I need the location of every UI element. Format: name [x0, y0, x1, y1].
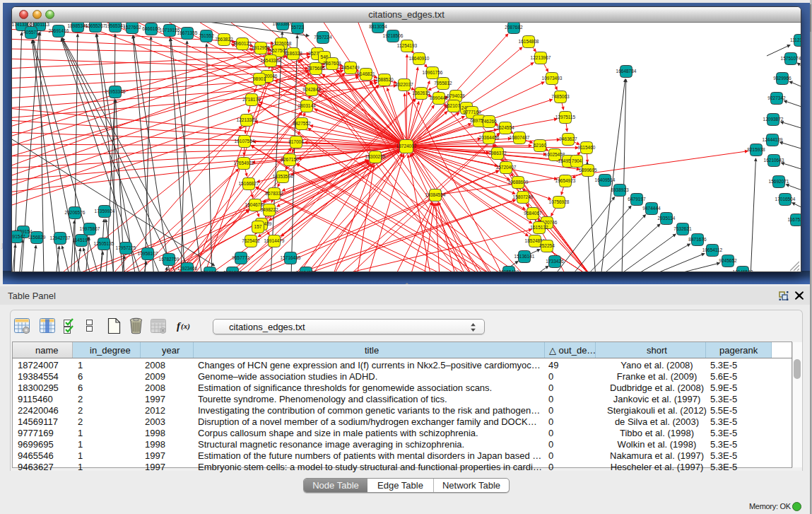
svg-text:2718176: 2718176: [242, 97, 261, 102]
svg-text:18724007: 18724007: [396, 144, 417, 148]
svg-text:9245652: 9245652: [719, 258, 737, 263]
svg-text:16055419: 16055419: [499, 269, 519, 272]
svg-text:15716485: 15716485: [281, 255, 301, 260]
svg-text:12093872: 12093872: [763, 117, 784, 122]
svg-text:8322037: 8322037: [395, 82, 413, 87]
svg-text:20364456: 20364456: [479, 135, 500, 140]
svg-text:2867608: 2867608: [323, 61, 341, 66]
svg-text:10107554: 10107554: [235, 139, 255, 144]
svg-text:11121831: 11121831: [790, 37, 801, 42]
svg-text:7357224: 7357224: [314, 35, 332, 40]
svg-text:8938923: 8938923: [611, 187, 629, 192]
svg-text:15807249: 15807249: [513, 194, 534, 199]
svg-text:7955812: 7955812: [434, 81, 452, 86]
svg-text:2087682: 2087682: [505, 25, 523, 30]
svg-text:8186328: 8186328: [284, 51, 302, 56]
svg-text:3498222: 3498222: [260, 207, 278, 212]
svg-text:6466160: 6466160: [142, 26, 160, 31]
svg-text:9227342: 9227342: [767, 95, 786, 100]
svg-text:14353594: 14353594: [273, 174, 293, 179]
svg-text:19654923: 19654923: [555, 178, 576, 183]
svg-text:2935114: 2935114: [658, 216, 676, 221]
svg-text:62160: 62160: [534, 143, 546, 148]
svg-text:17016504: 17016504: [775, 197, 796, 201]
svg-text:15720407: 15720407: [496, 165, 517, 170]
svg-text:98901: 98901: [253, 76, 266, 81]
svg-text:817004: 817004: [288, 139, 304, 144]
svg-text:10961756: 10961756: [423, 70, 443, 75]
svg-text:1145194: 1145194: [73, 238, 90, 243]
svg-text:9657771: 9657771: [232, 255, 250, 260]
svg-text:9115460: 9115460: [578, 145, 596, 150]
svg-text:9219936: 9219936: [201, 270, 219, 272]
svg-text:16543382: 16543382: [261, 58, 281, 63]
svg-text:17957225: 17957225: [116, 245, 136, 250]
svg-text:1167533: 1167533: [788, 217, 801, 222]
svg-text:11923466: 11923466: [177, 266, 198, 271]
svg-text:8215938: 8215938: [747, 147, 765, 152]
svg-text:8813054: 8813054: [369, 24, 387, 29]
svg-text:8912955: 8912955: [252, 45, 270, 50]
svg-text:9474444: 9474444: [642, 206, 661, 211]
svg-text:1588520: 1588520: [375, 77, 394, 82]
svg-text:12942737: 12942737: [50, 235, 71, 240]
svg-text:55723: 55723: [291, 25, 304, 30]
svg-text:8471676: 8471676: [688, 237, 707, 242]
svg-text:18640910: 18640910: [409, 56, 430, 61]
svg-text:17654922: 17654922: [234, 160, 254, 165]
svg-text:15751074: 15751074: [781, 56, 801, 61]
svg-text:7986372: 7986372: [488, 151, 507, 156]
svg-text:12213967: 12213967: [531, 55, 551, 60]
svg-text:14055713: 14055713: [21, 30, 42, 35]
svg-text:751552: 751552: [199, 33, 214, 38]
svg-text:10046542: 10046542: [733, 269, 753, 272]
svg-text:15166827: 15166827: [239, 181, 259, 186]
svg-text:16409514: 16409514: [595, 177, 616, 182]
svg-text:746266: 746266: [481, 119, 497, 124]
svg-text:20206576: 20206576: [65, 210, 86, 215]
svg-text:6479197: 6479197: [628, 197, 646, 201]
svg-text:1615132: 1615132: [530, 225, 548, 230]
svg-text:16046786: 16046786: [245, 202, 266, 207]
svg-text:9684067: 9684067: [524, 211, 542, 216]
svg-text:10958107: 10958107: [138, 251, 158, 256]
svg-text:9777169: 9777169: [463, 110, 481, 115]
svg-text:11254193: 11254193: [397, 43, 418, 48]
svg-text:7485063: 7485063: [551, 94, 570, 99]
svg-text:15136141: 15136141: [514, 254, 535, 259]
svg-text:8960123: 8960123: [233, 41, 252, 46]
svg-text:2803144: 2803144: [298, 103, 316, 108]
svg-text:8267150: 8267150: [281, 157, 299, 162]
svg-text:21953346: 21953346: [105, 89, 126, 94]
svg-text:6899695: 6899695: [579, 168, 597, 173]
svg-text:19218506: 19218506: [383, 33, 404, 38]
svg-text:16648784: 16648784: [616, 69, 637, 74]
svg-text:9329966: 9329966: [773, 76, 792, 81]
svg-text:1362615: 1362615: [412, 90, 430, 95]
svg-text:3624554: 3624554: [496, 125, 514, 130]
svg-text:20301113: 20301113: [30, 23, 49, 27]
svg-text:16782759: 16782759: [159, 257, 180, 262]
svg-text:252254: 252254: [539, 243, 555, 248]
svg-text:1527602: 1527602: [123, 25, 141, 30]
svg-text:10688609: 10688609: [508, 180, 529, 185]
svg-text:19384554: 19384554: [425, 192, 446, 197]
svg-text:10655267: 10655267: [86, 23, 106, 28]
svg-text:7904: 7904: [572, 158, 582, 163]
svg-text:8990448: 8990448: [430, 95, 448, 100]
svg-text:(x): (x): [181, 322, 190, 331]
svg-text:18300295: 18300295: [365, 154, 386, 159]
svg-text:10807487: 10807487: [510, 135, 530, 140]
svg-text:12505135: 12505135: [94, 241, 114, 246]
svg-text:9463627: 9463627: [559, 136, 577, 141]
svg-text:12213389: 12213389: [237, 117, 257, 122]
svg-text:10973493: 10973493: [542, 76, 563, 81]
svg-text:16210643: 16210643: [764, 158, 784, 163]
svg-text:8671237: 8671237: [223, 270, 242, 272]
svg-text:157: 157: [254, 224, 262, 229]
svg-text:8454749: 8454749: [341, 65, 360, 70]
svg-text:16154808: 16154808: [519, 39, 539, 44]
svg-text:8427552: 8427552: [293, 121, 311, 126]
svg-text:9242848: 9242848: [302, 87, 321, 92]
svg-text:3875685: 3875685: [307, 66, 325, 71]
